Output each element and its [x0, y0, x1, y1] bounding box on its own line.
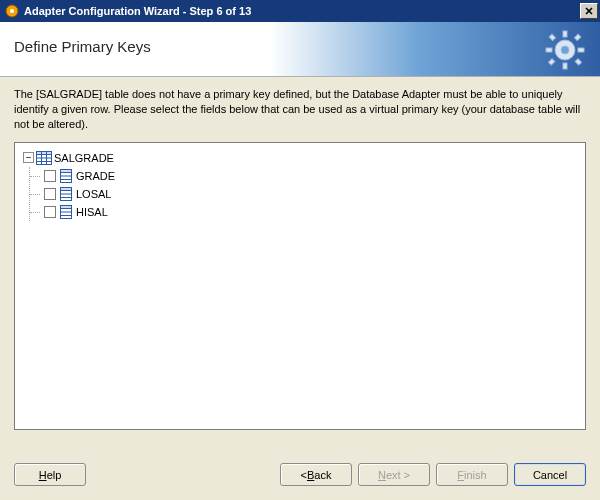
tree-column-item[interactable]: GRADE	[44, 167, 577, 185]
svg-rect-27	[61, 205, 72, 208]
next-button-rest: ext >	[386, 469, 410, 481]
svg-rect-7	[578, 48, 584, 52]
back-button[interactable]: < Back	[280, 463, 352, 486]
svg-rect-19	[61, 169, 72, 172]
close-icon	[585, 7, 593, 15]
table-icon	[36, 151, 52, 165]
description-text: The [SALGRADE] table does not have a pri…	[14, 87, 586, 132]
help-button-label-rest: elp	[47, 469, 62, 481]
content-area: The [SALGRADE] table does not have a pri…	[0, 77, 600, 430]
finish-button[interactable]: Finish	[436, 463, 508, 486]
column-checkbox[interactable]	[44, 206, 56, 218]
column-icon	[60, 187, 72, 201]
column-label: HISAL	[76, 206, 108, 218]
next-button-mn: N	[378, 469, 386, 481]
column-checkbox[interactable]	[44, 188, 56, 200]
svg-rect-9	[575, 59, 581, 65]
tree-panel: − SALGRADE	[14, 142, 586, 430]
cancel-button[interactable]: Cancel	[514, 463, 586, 486]
column-icon	[60, 169, 72, 183]
svg-rect-10	[574, 34, 580, 40]
help-button[interactable]: Help	[14, 463, 86, 486]
window-title: Adapter Configuration Wizard - Step 6 of…	[24, 5, 580, 17]
app-icon	[4, 3, 20, 19]
svg-point-1	[10, 9, 14, 13]
close-button[interactable]	[580, 3, 598, 19]
svg-rect-13	[37, 151, 52, 154]
tree-root-label: SALGRADE	[54, 152, 114, 164]
back-button-mn: B	[307, 469, 314, 481]
tree-column-item[interactable]: HISAL	[44, 203, 577, 221]
svg-rect-6	[546, 48, 552, 52]
column-checkbox[interactable]	[44, 170, 56, 182]
tree-column-item[interactable]: LOSAL	[44, 185, 577, 203]
page-title: Define Primary Keys	[14, 38, 151, 55]
tree-collapse-toggle[interactable]: −	[23, 152, 34, 163]
button-bar: Help < Back Next > Finish Cancel	[14, 463, 586, 486]
next-button[interactable]: Next >	[358, 463, 430, 486]
banner: Define Primary Keys	[0, 22, 600, 77]
tree-root-row[interactable]: − SALGRADE	[23, 151, 577, 165]
svg-point-3	[561, 46, 569, 54]
back-button-rest: ack	[314, 469, 331, 481]
svg-rect-23	[61, 187, 72, 190]
svg-rect-4	[563, 31, 567, 37]
svg-rect-8	[549, 34, 555, 40]
column-label: LOSAL	[76, 188, 111, 200]
gear-icon	[544, 29, 586, 73]
titlebar: Adapter Configuration Wizard - Step 6 of…	[0, 0, 600, 22]
column-label: GRADE	[76, 170, 115, 182]
tree-children: GRADE LOSAL	[29, 167, 577, 221]
svg-rect-11	[548, 59, 554, 65]
finish-button-rest: inish	[464, 469, 487, 481]
help-button-label-first: H	[39, 469, 47, 481]
finish-button-mn: F	[457, 469, 464, 481]
svg-rect-5	[563, 63, 567, 69]
column-icon	[60, 205, 72, 219]
